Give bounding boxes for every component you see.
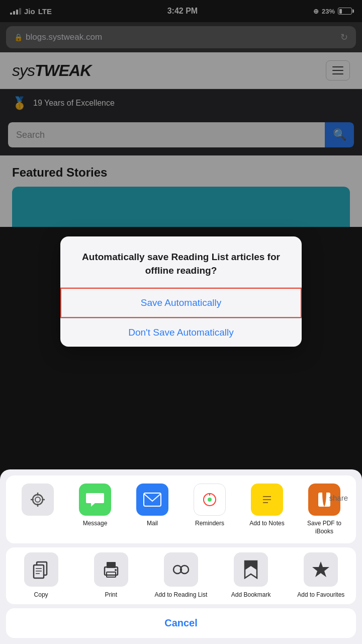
- share-app-message[interactable]: Message: [68, 484, 122, 528]
- svg-rect-6: [144, 493, 161, 506]
- print-label: Print: [105, 591, 117, 599]
- message-label: Message: [83, 520, 108, 528]
- action-bookmark[interactable]: Add Bookmark: [221, 552, 281, 599]
- mail-label: Mail: [147, 520, 158, 528]
- bookmark-icon: [234, 552, 268, 587]
- action-favourites[interactable]: Add to Favourites: [291, 552, 351, 599]
- svg-rect-21: [107, 562, 116, 568]
- reading-list-icon: [164, 552, 198, 587]
- dont-save-automatically-button[interactable]: Don't Save Automatically: [60, 318, 302, 347]
- svg-point-23: [115, 569, 117, 571]
- dialog-title: Automatically save Reading List articles…: [72, 251, 290, 277]
- svg-point-8: [208, 498, 212, 502]
- bookmark-label: Add Bookmark: [231, 591, 271, 599]
- svg-marker-26: [312, 561, 329, 577]
- share-app-reminders[interactable]: Reminders: [183, 484, 236, 528]
- svg-point-1: [35, 497, 40, 502]
- save-automatically-dialog: Automatically save Reading List articles…: [60, 236, 302, 347]
- share-app-mail[interactable]: Mail: [126, 484, 179, 528]
- notes-icon: [251, 484, 283, 516]
- save-automatically-button[interactable]: Save Automatically: [60, 288, 302, 318]
- print-icon: [94, 552, 128, 587]
- notes-label: Add to Notes: [249, 520, 284, 528]
- copy-label: Copy: [34, 591, 48, 599]
- reminders-label: Reminders: [195, 520, 224, 528]
- share-app-notes[interactable]: Add to Notes: [240, 484, 294, 528]
- svg-point-0: [33, 495, 43, 505]
- airdrop-icon: [22, 484, 54, 516]
- ibooks-label: Save PDF to iBooks: [298, 520, 351, 535]
- share-sheet: Message Mail Reminders: [0, 469, 362, 644]
- cancel-button[interactable]: Cancel: [6, 608, 356, 638]
- action-reading-list[interactable]: Add to Reading List: [151, 552, 211, 599]
- action-copy[interactable]: Copy: [11, 552, 71, 599]
- dialog-content: Automatically save Reading List articles…: [60, 236, 302, 277]
- copy-icon: [24, 552, 58, 587]
- share-app-ibooks[interactable]: Save PDF to iBooks: [298, 484, 351, 535]
- cancel-button-container: Cancel: [6, 608, 356, 638]
- reading-list-label: Add to Reading List: [155, 591, 208, 599]
- message-icon: [79, 484, 111, 516]
- mail-icon: [136, 484, 168, 516]
- share-apps-row: Message Mail Reminders: [6, 475, 356, 543]
- action-row: Copy Print Add to Reading List: [6, 547, 356, 604]
- favourites-label: Add to Favourites: [297, 591, 344, 599]
- favourites-icon: [304, 552, 338, 587]
- share-app-airdrop[interactable]: [11, 484, 64, 516]
- action-print[interactable]: Print: [81, 552, 141, 599]
- svg-rect-16: [34, 565, 44, 578]
- reminders-icon: [194, 484, 226, 516]
- share-partial-label: share: [329, 494, 348, 502]
